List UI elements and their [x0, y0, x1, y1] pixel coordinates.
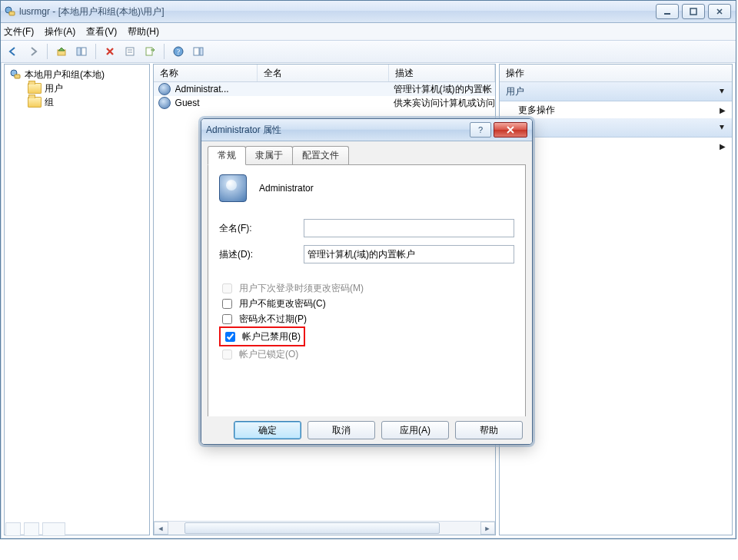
svg-rect-3: [690, 8, 696, 15]
svg-rect-10: [146, 48, 152, 55]
tree-item-groups[interactable]: 组: [6, 95, 148, 109]
svg-rect-2: [664, 13, 670, 15]
user-large-icon: [219, 174, 247, 202]
user-icon: [158, 83, 171, 95]
show-hide-tree-button[interactable]: [72, 42, 91, 61]
dialog-close-button[interactable]: [494, 122, 527, 138]
tree-root[interactable]: 本地用户和组(本地): [6, 68, 148, 81]
dialog-title: Administrator 属性: [206, 124, 470, 137]
users-groups-icon: [9, 68, 22, 81]
toolbar: ?: [1, 41, 736, 63]
dialog-help-button-bottom[interactable]: 帮助: [455, 421, 523, 439]
show-hide-action-pane-button[interactable]: [189, 42, 208, 61]
header-fullname[interactable]: 全名: [258, 65, 389, 81]
apply-button[interactable]: 应用(A): [381, 421, 449, 439]
properties-button[interactable]: [121, 42, 139, 61]
user-icon: [158, 97, 171, 109]
scroll-right-arrow[interactable]: ►: [480, 522, 495, 535]
check-account-disabled[interactable]: 帐户已禁用(B): [222, 329, 301, 344]
svg-rect-5: [77, 48, 81, 55]
menu-help[interactable]: 帮助(H): [128, 25, 159, 38]
checkbox-account-locked: [222, 350, 232, 360]
up-button[interactable]: [52, 42, 71, 61]
actions-header: 操作: [500, 65, 732, 82]
check-never-expire[interactable]: 密码永不过期(P): [219, 311, 514, 326]
check-account-locked: 帐户已锁定(O): [219, 346, 514, 362]
actions-panel: 操作 用户 ▲ 更多操作 ▶ ▲ ▶: [499, 64, 733, 535]
label-desc: 描述(D):: [219, 248, 304, 261]
actions-section-users[interactable]: 用户 ▲: [500, 82, 732, 101]
back-button[interactable]: [4, 42, 22, 61]
svg-rect-7: [126, 48, 134, 55]
tree-groups-label: 组: [45, 96, 54, 109]
chevron-right-icon: ▶: [720, 106, 726, 114]
horizontal-scrollbar[interactable]: ◄ ►: [154, 521, 495, 535]
svg-rect-14: [200, 48, 203, 55]
tab-page-general: Administrator 全名(F): 描述(D): 用户下次登录时须更改密码…: [208, 164, 526, 438]
check-never-expire-label: 密码永不过期(P): [239, 313, 307, 326]
list-row[interactable]: Administrat... 管理计算机(域)的内置帐: [154, 82, 495, 96]
check-cannot-change[interactable]: 用户不能更改密码(C): [219, 296, 514, 311]
window-title: lusrmgr - [本地用户和组(本地)\用户]: [19, 5, 656, 18]
menu-action[interactable]: 操作(A): [45, 25, 75, 38]
scroll-left-arrow[interactable]: ◄: [154, 522, 168, 535]
svg-rect-16: [15, 75, 20, 78]
checkbox-never-expire[interactable]: [222, 314, 232, 324]
action-more-label: 更多操作: [518, 104, 555, 117]
delete-button[interactable]: [101, 42, 119, 61]
cancel-button[interactable]: 取消: [308, 421, 375, 439]
checkbox-account-disabled[interactable]: [225, 332, 235, 342]
check-account-disabled-label: 帐户已禁用(B): [242, 330, 301, 343]
tree-root-label: 本地用户和组(本地): [25, 68, 105, 81]
header-name[interactable]: 名称: [154, 65, 258, 81]
cell-name: Guest: [175, 98, 266, 108]
input-desc[interactable]: [304, 245, 514, 263]
dialog-help-button[interactable]: ?: [470, 122, 491, 138]
folder-icon: [28, 83, 42, 94]
minimize-button[interactable]: [656, 4, 679, 19]
chevron-right-icon: ▶: [720, 142, 726, 151]
tab-memberof[interactable]: 隶属于: [245, 146, 293, 164]
svg-text:?: ?: [177, 48, 181, 56]
scroll-thumb[interactable]: [184, 522, 440, 534]
export-button[interactable]: [141, 42, 159, 61]
status-cell: [5, 522, 21, 536]
action-more[interactable]: 更多操作 ▶: [500, 101, 732, 118]
list-row[interactable]: Guest 供来宾访问计算机或访问: [154, 96, 495, 110]
actions-section-blank[interactable]: ▲: [500, 118, 732, 138]
forward-button[interactable]: [24, 42, 42, 61]
collapse-icon: ▲: [718, 88, 726, 96]
action-more-2[interactable]: ▶: [500, 138, 732, 154]
ok-button[interactable]: 确定: [234, 421, 301, 439]
close-button[interactable]: [708, 4, 731, 19]
check-cannot-change-label: 用户不能更改密码(C): [239, 297, 326, 310]
check-must-change: 用户下次登录时须更改密码(M): [219, 280, 514, 296]
check-account-locked-label: 帐户已锁定(O): [239, 348, 298, 361]
menu-view[interactable]: 查看(V): [86, 25, 117, 38]
dialog-button-row: 确定 取消 应用(A) 帮助: [201, 416, 532, 444]
list-header: 名称 全名 描述: [154, 65, 495, 82]
status-bar: [5, 522, 65, 536]
help-button[interactable]: ?: [169, 42, 188, 61]
input-fullname[interactable]: [304, 219, 514, 237]
status-cell: [42, 522, 65, 536]
tree-users-label: 用户: [45, 82, 63, 95]
highlight-disabled-account: 帐户已禁用(B): [219, 326, 305, 346]
checkbox-cannot-change[interactable]: [222, 299, 232, 309]
cell-name: Administrat...: [175, 84, 266, 94]
svg-rect-6: [81, 48, 86, 55]
folder-icon: [28, 97, 42, 108]
dialog-tabs: 常规 隶属于 配置文件: [201, 141, 532, 164]
dialog-titlebar: Administrator 属性 ?: [201, 119, 532, 141]
menu-file[interactable]: 文件(F): [4, 25, 34, 38]
titlebar: lusrmgr - [本地用户和组(本地)\用户]: [1, 1, 736, 23]
cell-desc: 供来宾访问计算机或访问: [394, 97, 495, 110]
account-name: Administrator: [259, 183, 314, 194]
tree-item-users[interactable]: 用户: [6, 81, 148, 95]
tab-general[interactable]: 常规: [208, 146, 246, 165]
actions-section-label: 用户: [506, 85, 524, 98]
header-desc[interactable]: 描述: [389, 65, 495, 81]
tab-profile[interactable]: 配置文件: [292, 146, 349, 164]
maximize-button[interactable]: [682, 4, 705, 19]
svg-rect-1: [9, 12, 15, 15]
